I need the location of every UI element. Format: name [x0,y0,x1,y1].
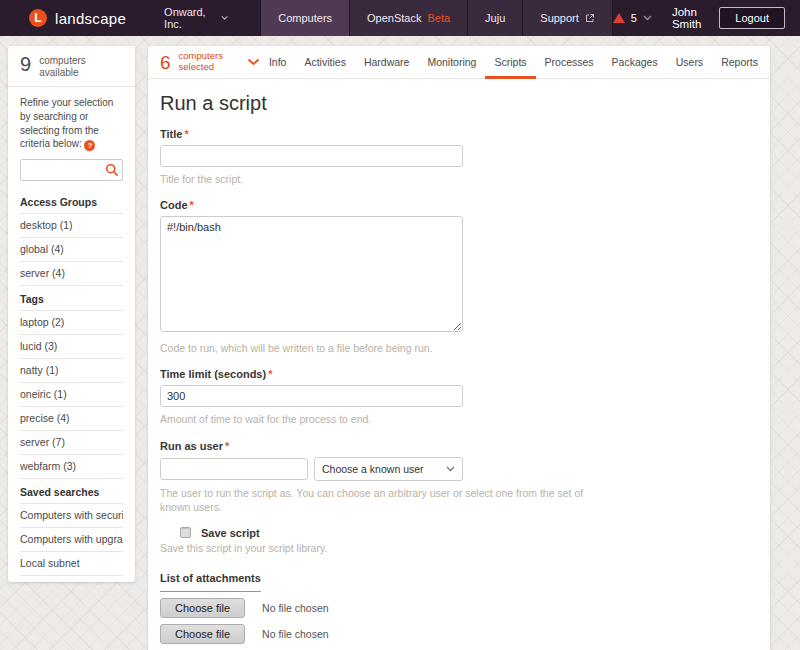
nav-item-juju[interactable]: Juju [467,0,522,36]
title-input[interactable] [160,145,463,167]
time-limit-label-text: Time limit (seconds) [160,368,266,380]
refine-hint: Refine your selection by searching or se… [8,87,135,153]
sidebar-item-natty[interactable]: natty (1) [20,359,123,383]
time-limit-label: Time limit (seconds)* [160,368,770,380]
computers-available-summary: 9 computers available [8,46,135,87]
main-header: 6 computers selected Info Activities Har… [148,46,770,79]
code-label-text: Code [160,199,188,211]
selection-dropdown[interactable] [247,58,260,66]
alerts-dropdown[interactable]: 5 [613,12,652,24]
tags-title: Tags [20,286,123,311]
saved-searches-title: Saved searches [20,479,123,504]
access-groups-title: Access Groups [20,189,123,214]
known-user-select[interactable]: Choose a known user [314,457,463,481]
required-marker: * [184,128,188,140]
nav-item-openstack[interactable]: OpenStack Beta [349,0,467,36]
sidebar-item-laptop[interactable]: laptop (2) [20,311,123,335]
logout-button[interactable]: Logout [719,7,785,29]
code-label: Code* [160,199,770,211]
attachments-label: List of attachments [160,572,261,592]
user-name: John Smith [672,6,701,30]
tab-hardware[interactable]: Hardware [355,46,419,79]
nav-item-computers[interactable]: Computers [260,0,349,36]
code-textarea[interactable]: #!/bin/bash [160,216,463,332]
tab-info[interactable]: Info [260,46,296,79]
tab-packages[interactable]: Packages [603,46,667,79]
save-script-checkbox[interactable] [180,527,191,538]
nav-menu: Computers OpenStack Beta Juju Support [260,0,613,36]
tab-monitoring[interactable]: Monitoring [418,46,485,79]
tab-processes[interactable]: Processes [536,46,603,79]
choose-file-button[interactable]: Choose file [160,624,245,644]
sidebar-item-computers-security[interactable]: Computers with securit… [20,504,123,528]
save-script-row[interactable]: Save script [160,527,770,539]
sidebar-item-computers-upgrades[interactable]: Computers with upgrades [20,528,123,552]
attachments-group: List of attachments Choose file No file … [160,564,770,650]
alert-count: 5 [631,12,637,24]
main-panel: 6 computers selected Info Activities Har… [148,46,770,650]
sidebar-item-local-subnet[interactable]: Local subnet [20,552,123,576]
nav-item-juju-label: Juju [485,12,505,24]
search-icon[interactable] [105,163,119,177]
attachment-row: Choose file No file chosen [160,598,770,618]
choose-file-button[interactable]: Choose file [160,598,245,618]
sidebar-item-oneiric[interactable]: oneiric (1) [20,383,123,407]
sidebar-item-server-group[interactable]: server (4) [20,262,123,286]
help-icon[interactable] [84,140,95,151]
selected-label: computers selected [179,51,223,73]
nav-item-openstack-label: OpenStack [367,12,421,24]
run-as-user-help: The user to run the script as. You can c… [160,486,595,514]
run-as-user-group: Run as user* Choose a known user The use… [160,440,770,514]
sidebar-item-webfarm[interactable]: webfarm (3) [20,455,123,479]
chevron-down-icon [446,466,455,472]
tab-activities[interactable]: Activities [295,46,354,79]
title-help: Title for the script. [160,172,463,186]
account-name: Onward, Inc. [164,6,214,30]
save-script-group: Save script Save this script in your scr… [160,527,770,554]
landscape-logo-icon: L [29,9,47,27]
nav-item-support-label: Support [540,12,579,24]
selected-count: 6 [160,53,171,72]
sidebar-item-server-tag[interactable]: server (7) [20,431,123,455]
file-status: No file chosen [262,602,329,614]
file-status: No file chosen [262,628,329,640]
run-as-user-label: Run as user* [160,440,770,452]
brand[interactable]: L landscape [0,0,126,36]
tab-reports[interactable]: Reports [712,46,767,79]
run-as-user-row: Choose a known user [160,457,463,481]
available-count: 9 [20,54,31,74]
nav-item-support[interactable]: Support [522,0,613,36]
saved-searches-list: Computers with securit… Computers with u… [20,504,123,576]
nav-item-computers-label: Computers [278,12,332,24]
title-field-group: Title* Title for the script. [160,128,770,186]
tab-scripts[interactable]: Scripts [485,46,535,79]
brand-name: landscape [55,10,126,27]
code-help: Code to run, which will be written to a … [160,341,463,355]
save-script-label: Save script [201,527,260,539]
sidebar-item-precise[interactable]: precise (4) [20,407,123,431]
chevron-down-icon [643,15,652,21]
sidebar-item-lucid[interactable]: lucid (3) [20,335,123,359]
required-marker: * [190,199,194,211]
required-marker: * [225,440,229,452]
tab-bar: Info Activities Hardware Monitoring Scri… [260,46,767,79]
time-limit-help: Amount of time to wait for the process t… [160,412,463,426]
sidebar-item-desktop[interactable]: desktop (1) [20,214,123,238]
page-title: Run a script [160,92,770,115]
top-nav: L landscape Onward, Inc. Computers OpenS… [0,0,800,36]
chevron-down-icon [247,58,260,66]
run-as-user-label-text: Run as user [160,440,223,452]
code-field-group: Code* #!/bin/bash Code to run, which wil… [160,199,770,355]
alert-triangle-icon [613,13,625,23]
sidebar: 9 computers available Refine your select… [8,46,135,582]
save-script-help: Save this script in your script library. [160,542,770,554]
account-menu[interactable]: Onward, Inc. [164,0,228,36]
tab-users[interactable]: Users [667,46,712,79]
chevron-down-icon [221,15,228,21]
tags-list: laptop (2) lucid (3) natty (1) oneiric (… [20,311,123,479]
attachment-row: Choose file No file chosen [160,624,770,644]
required-marker: * [268,368,272,380]
time-limit-input[interactable] [160,385,463,407]
sidebar-item-global[interactable]: global (4) [20,238,123,262]
run-as-user-input[interactable] [160,458,308,480]
